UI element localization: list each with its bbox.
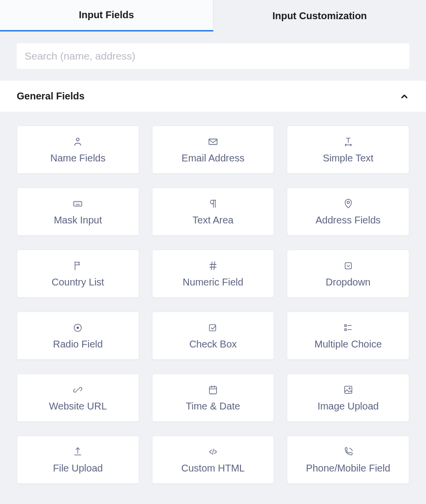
flag-icon: [72, 260, 84, 272]
field-card[interactable]: Image Upload: [287, 374, 409, 422]
field-card[interactable]: Phone/Mobile Field: [287, 436, 409, 484]
field-card-label: Text Area: [192, 215, 233, 226]
field-card[interactable]: Address Fields: [287, 188, 409, 236]
field-card[interactable]: Email Address: [152, 126, 274, 174]
field-card[interactable]: Multiple Choice: [287, 312, 409, 360]
field-card[interactable]: Website URL: [17, 374, 139, 422]
field-card-label: Email Address: [182, 153, 244, 164]
field-card-label: File Upload: [53, 463, 103, 474]
field-card-label: Check Box: [189, 339, 237, 350]
field-card[interactable]: Check Box: [152, 312, 274, 360]
fields-grid: Name FieldsEmail AddressSimple TextMask …: [17, 126, 409, 484]
calendar-icon: [207, 384, 219, 396]
field-card-label: Mask Input: [54, 215, 102, 226]
search-input[interactable]: [17, 43, 409, 69]
field-card-label: Country List: [52, 277, 104, 288]
field-card[interactable]: Country List: [17, 250, 139, 298]
field-card[interactable]: Text Area: [152, 188, 274, 236]
pin-icon: [342, 198, 354, 210]
fields-grid-wrap: Name FieldsEmail AddressSimple TextMask …: [0, 112, 426, 501]
chevron-up-icon: [399, 92, 409, 101]
phone-icon: [342, 446, 354, 458]
list-icon: [342, 322, 354, 334]
search-wrap: [0, 32, 426, 81]
user-icon: [72, 136, 84, 148]
field-card-label: Time & Date: [186, 401, 240, 412]
field-card[interactable]: Time & Date: [152, 374, 274, 422]
radio-icon: [72, 322, 84, 334]
field-card-label: Dropdown: [326, 277, 370, 288]
tab-input-fields[interactable]: Input Fields: [0, 0, 213, 32]
field-card[interactable]: Custom HTML: [152, 436, 274, 484]
section-header[interactable]: General Fields: [0, 81, 426, 112]
mail-icon: [207, 136, 219, 148]
field-card[interactable]: File Upload: [17, 436, 139, 484]
section-title: General Fields: [17, 91, 85, 102]
hash-icon: [207, 260, 219, 272]
field-card-label: Phone/Mobile Field: [306, 463, 390, 474]
field-card-label: Name Fields: [50, 153, 105, 164]
dropdown-icon: [342, 260, 354, 272]
image-icon: [342, 384, 354, 396]
field-card-label: Simple Text: [323, 153, 373, 164]
field-card-label: Image Upload: [317, 401, 379, 412]
field-card[interactable]: Numeric Field: [152, 250, 274, 298]
section-general-fields: General Fields: [0, 81, 426, 112]
field-card-label: Website URL: [49, 401, 107, 412]
text-width-icon: [342, 136, 354, 148]
field-card[interactable]: Radio Field: [17, 312, 139, 360]
field-card[interactable]: Simple Text: [287, 126, 409, 174]
link-icon: [72, 384, 84, 396]
keyboard-icon: [72, 198, 84, 210]
field-card[interactable]: Mask Input: [17, 188, 139, 236]
field-card-label: Numeric Field: [183, 277, 243, 288]
field-card[interactable]: Name Fields: [17, 126, 139, 174]
tabs: Input Fields Input Customization: [0, 0, 426, 32]
field-card-label: Custom HTML: [182, 463, 245, 474]
field-card-label: Radio Field: [53, 339, 103, 350]
field-card-label: Address Fields: [316, 215, 381, 226]
field-card[interactable]: Dropdown: [287, 250, 409, 298]
upload-icon: [72, 446, 84, 458]
code-icon: [207, 446, 219, 458]
field-card-label: Multiple Choice: [314, 339, 382, 350]
checkbox-icon: [207, 322, 219, 334]
tab-input-customization[interactable]: Input Customization: [213, 0, 426, 32]
paragraph-icon: [207, 198, 219, 210]
